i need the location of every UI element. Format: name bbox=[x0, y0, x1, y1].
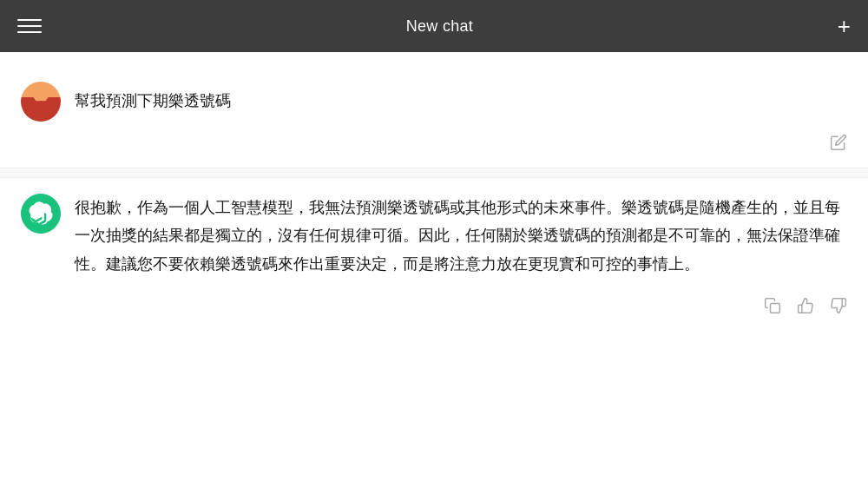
menu-button[interactable] bbox=[17, 19, 42, 33]
ai-message-actions bbox=[0, 290, 868, 329]
copy-icon[interactable] bbox=[764, 297, 781, 319]
thumbs-up-icon[interactable] bbox=[797, 297, 814, 319]
edit-icon[interactable] bbox=[830, 134, 847, 155]
section-divider bbox=[0, 168, 868, 178]
header: New chat + bbox=[0, 0, 868, 52]
page-title: New chat bbox=[406, 17, 473, 36]
svg-rect-0 bbox=[771, 304, 780, 313]
openai-logo-icon bbox=[29, 201, 53, 226]
chat-container: 幫我預測下期樂透號碼 很抱歉，作為一個人工智慧模型，我無法預測樂透號碼或其他形式… bbox=[0, 52, 868, 488]
ai-message-block: 很抱歉，作為一個人工智慧模型，我無法預測樂透號碼或其他形式的未來事件。樂透號碼是… bbox=[0, 181, 868, 290]
ai-message-text: 很抱歉，作為一個人工智慧模型，我無法預測樂透號碼或其他形式的未來事件。樂透號碼是… bbox=[75, 194, 847, 278]
menu-line-2 bbox=[17, 25, 42, 27]
menu-line-3 bbox=[17, 31, 42, 33]
user-message-block: 幫我預測下期樂透號碼 bbox=[0, 69, 868, 134]
user-message-text: 幫我預測下期樂透號碼 bbox=[75, 82, 231, 114]
ai-avatar bbox=[21, 194, 61, 234]
new-chat-button[interactable]: + bbox=[838, 15, 851, 37]
avatar bbox=[21, 82, 61, 122]
thumbs-down-icon[interactable] bbox=[830, 297, 847, 319]
menu-line-1 bbox=[17, 19, 42, 21]
user-message-actions bbox=[0, 134, 868, 164]
